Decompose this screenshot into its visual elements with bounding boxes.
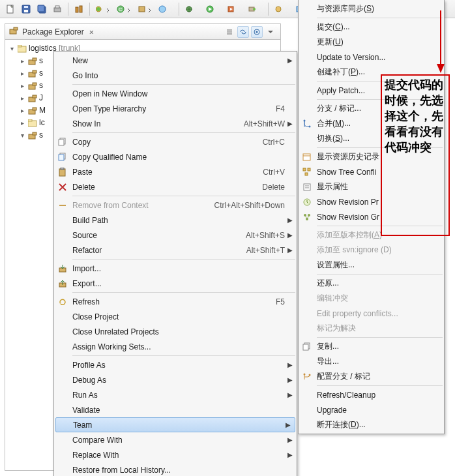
- package-explorer-tab[interactable]: Package Explorer ✕: [5, 24, 280, 40]
- menu-item[interactable]: Replace With▶: [54, 447, 297, 462]
- revp-icon: [302, 198, 312, 207]
- menu-item[interactable]: 提交(C)...: [299, 20, 444, 35]
- svg-rect-9: [80, 6, 82, 12]
- link-editor-icon[interactable]: [237, 26, 249, 38]
- menu-item[interactable]: 导出...: [299, 354, 444, 369]
- menu-item[interactable]: Copy Qualified Name: [54, 149, 297, 164]
- svg-rect-31: [33, 58, 37, 61]
- menu-item[interactable]: 断开连接(D)...: [299, 417, 444, 432]
- menu-item[interactable]: Upgrade: [299, 402, 444, 417]
- menu-item[interactable]: Open in New Window: [54, 86, 297, 101]
- menu-item[interactable]: Go Into: [54, 68, 297, 83]
- menu-item[interactable]: New▶: [54, 53, 297, 68]
- package-node-icon: [27, 95, 38, 102]
- toolbar-newtype-dd-icon[interactable]: [156, 3, 175, 16]
- menu-item[interactable]: Import...: [54, 261, 297, 276]
- menu-item[interactable]: Validate: [54, 402, 297, 417]
- collapse-all-icon[interactable]: [224, 26, 235, 38]
- menu-item-label: Delete: [72, 183, 95, 192]
- twisty-icon[interactable]: ▸: [18, 104, 26, 117]
- svg-rect-25: [14, 27, 18, 30]
- menu-item[interactable]: Export...: [54, 276, 297, 291]
- menu-item-shortcut: Alt+Shift+T: [246, 246, 285, 255]
- menu-item: 添加至 svn:ignore (D): [299, 243, 444, 258]
- menu-item[interactable]: SourceAlt+Shift+S▶: [54, 228, 297, 243]
- menu-item[interactable]: Run As▶: [54, 387, 297, 402]
- menu-item[interactable]: RefactorAlt+Shift+T▶: [54, 243, 297, 258]
- toolbar-print-icon[interactable]: [51, 3, 64, 16]
- menu-item[interactable]: Close Unrelated Projects: [54, 324, 297, 339]
- menu-item[interactable]: Build Path▶: [54, 213, 297, 228]
- twisty-icon[interactable]: ▾: [18, 129, 26, 141]
- toolbar-saveall-icon[interactable]: [35, 3, 48, 16]
- menu-item[interactable]: 还原...: [299, 276, 444, 291]
- menu-item[interactable]: Open Type HierarchyF4: [54, 101, 297, 116]
- menu-item[interactable]: Restore from Local History...: [54, 462, 297, 476]
- svg-rect-65: [303, 344, 308, 350]
- toolbar-plug-dd-icon[interactable]: [246, 3, 264, 16]
- menu-item[interactable]: CopyCtrl+C: [54, 134, 297, 149]
- menu-item[interactable]: RefreshF5: [54, 294, 297, 309]
- view-menu-icon[interactable]: [265, 26, 276, 38]
- toolbar-run-dd-icon[interactable]: [204, 3, 222, 16]
- menu-item-label: Source: [72, 231, 97, 240]
- menu-separator: [317, 274, 443, 275]
- menu-item[interactable]: 复制...: [299, 339, 444, 354]
- twisty-icon[interactable]: ▸: [18, 67, 26, 80]
- svg-rect-8: [76, 7, 78, 12]
- toolbar-newclass-dd-icon[interactable]: C: [115, 3, 133, 16]
- menu-item-label: Build Path: [72, 216, 108, 225]
- folder-icon: [27, 119, 38, 127]
- toolbar-tool1-dd-icon[interactable]: [272, 3, 291, 16]
- twisty-icon[interactable]: ▸: [18, 92, 26, 104]
- menu-item-label: 合并(M)...: [317, 118, 351, 129]
- menu-item[interactable]: Compare With▶: [54, 432, 297, 447]
- toolbar-save-icon[interactable]: [20, 3, 33, 16]
- toolbar-ext-dd-icon[interactable]: [225, 3, 243, 16]
- menu-item[interactable]: DeleteDelete: [54, 179, 297, 194]
- svg-rect-0: [7, 5, 13, 13]
- toolbar-build-icon[interactable]: [72, 3, 85, 16]
- toolbar-bug-dd-icon[interactable]: [183, 3, 201, 16]
- toolbar-new-icon[interactable]: [4, 3, 17, 16]
- twisty-icon[interactable]: ▸: [18, 80, 26, 92]
- menu-item[interactable]: Debug As▶: [54, 372, 297, 387]
- menu-item[interactable]: Refresh/Cleanup: [299, 387, 444, 402]
- menu-item-label: 创建补丁(P)...: [317, 67, 365, 78]
- menu-item[interactable]: Assign Working Sets...: [54, 339, 297, 354]
- svg-rect-55: [303, 154, 310, 160]
- menu-item[interactable]: Show InAlt+Shift+W▶: [54, 116, 297, 131]
- menu-item[interactable]: 配置分支 / 标记: [299, 369, 444, 384]
- menu-item[interactable]: Update to Version...: [299, 50, 444, 65]
- toolbar-debug-dd-icon[interactable]: [94, 3, 112, 16]
- tree-item-label: s: [39, 129, 43, 141]
- menu-item-label: Apply Patch...: [317, 86, 365, 95]
- focus-icon[interactable]: [251, 26, 263, 38]
- svg-rect-49: [61, 168, 64, 170]
- svg-rect-6: [54, 8, 61, 12]
- menu-item[interactable]: PasteCtrl+V: [54, 164, 297, 179]
- menu-item[interactable]: 设置属性...: [299, 258, 444, 273]
- svg-rect-4: [39, 7, 46, 13]
- menu-item[interactable]: Team▶: [55, 417, 295, 432]
- menu-item-label: Refactor: [72, 246, 102, 255]
- toolbar-newpkg-dd-icon[interactable]: [136, 3, 154, 16]
- menu-item-label: Show Tree Confli: [317, 168, 376, 177]
- package-node-icon: [27, 82, 38, 90]
- menu-item-shortcut: Ctrl+C: [263, 138, 285, 147]
- package-icon: [9, 26, 18, 37]
- menu-item-label: Restore from Local History...: [72, 466, 171, 475]
- menu-item-label: Paste: [72, 168, 93, 177]
- menu-item[interactable]: Profile As▶: [54, 357, 297, 372]
- submenu-arrow-icon: ▶: [287, 57, 293, 64]
- svg-rect-2: [24, 10, 28, 12]
- svg-rect-45: [59, 140, 64, 145]
- menu-item-label: Compare With: [72, 436, 123, 445]
- menu-item[interactable]: 更新(U): [299, 35, 444, 50]
- menu-item[interactable]: Close Project: [54, 309, 297, 324]
- context-menu: New▶Go IntoOpen in New WindowOpen Type H…: [53, 51, 297, 476]
- twisty-icon[interactable]: ▸: [18, 117, 26, 129]
- menu-item[interactable]: 与资源库同步(S): [299, 1, 444, 16]
- twisty-icon[interactable]: ▸: [18, 55, 26, 67]
- twisty-icon[interactable]: ▾: [8, 42, 16, 55]
